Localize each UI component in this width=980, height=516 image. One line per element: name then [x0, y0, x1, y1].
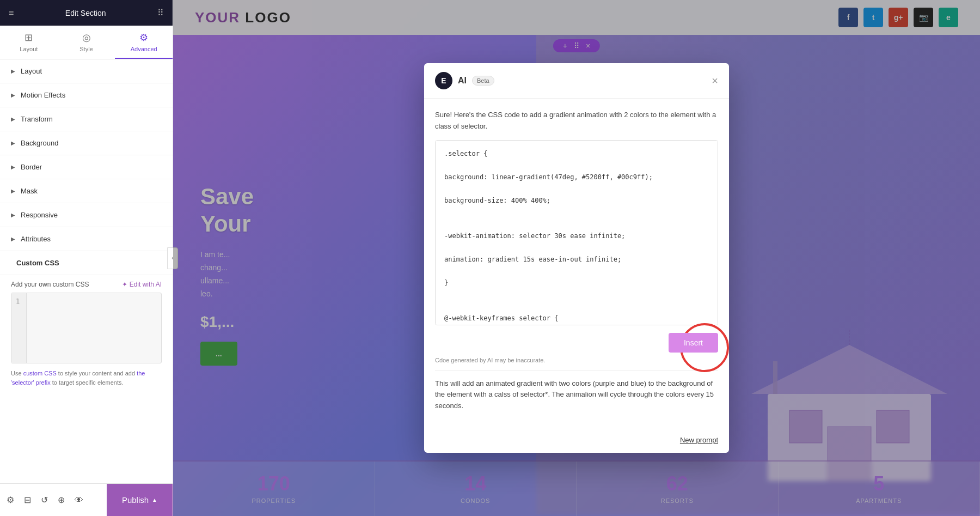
ai-title-row: E AI Beta: [435, 72, 494, 89]
ai-dialog-footer: New prompt: [424, 430, 729, 453]
tab-advanced-label: Advanced: [131, 46, 157, 52]
line-numbers: 1: [11, 293, 27, 363]
menu-item-mask-label: Mask: [21, 187, 38, 195]
eye-icon[interactable]: 👁: [75, 495, 83, 505]
sidebar-footer: ⚙ ⊟ ↺ ⊕ 👁 Publish ▲: [0, 483, 173, 516]
custom-css-section: Custom CSS Add your own custom CSS ✦ Edi…: [0, 251, 173, 392]
ai-close-button[interactable]: ×: [712, 75, 718, 86]
hint-prefix: Use: [11, 370, 23, 377]
chevron-responsive-icon: [11, 212, 15, 218]
sidebar: ≡ Edit Section ⠿ ⊞ Layout ◎ Style ⚙ Adva…: [0, 0, 173, 516]
edit-with-ai-label: Edit with AI: [130, 281, 162, 288]
custom-css-title: Custom CSS: [16, 259, 59, 267]
hint-end: to target specific elements.: [51, 379, 124, 386]
layout-icon: ⊞: [24, 32, 33, 44]
css-textarea[interactable]: [27, 293, 161, 363]
menu-item-responsive-label: Responsive: [21, 211, 58, 219]
footer-icons: ⚙ ⊟ ↺ ⊕ 👁: [0, 495, 107, 505]
menu-item-transform[interactable]: Transform: [0, 107, 173, 131]
ai-intro-text: Sure! Here's the CSS code to add a gradi…: [435, 110, 718, 132]
new-prompt-link[interactable]: New prompt: [680, 436, 718, 444]
edit-with-ai-button[interactable]: ✦ Edit with AI: [122, 281, 162, 288]
layers-icon[interactable]: ⊟: [24, 495, 31, 505]
menu-item-background-label: Background: [21, 139, 58, 147]
menu-item-border-label: Border: [21, 163, 42, 171]
tab-style-label: Style: [79, 46, 93, 52]
custom-css-hint: Use custom CSS to style your content and…: [11, 369, 162, 387]
custom-css-body: Add your own custom CSS ✦ Edit with AI 1…: [0, 275, 173, 392]
ai-code-block[interactable]: .selector { background: linear-gradient(…: [435, 140, 718, 325]
menu-item-border[interactable]: Border: [0, 155, 173, 179]
menu-item-motion-label: Motion Effects: [21, 91, 65, 99]
code-line-7: }: [444, 277, 709, 289]
publish-chevron-icon: ▲: [152, 497, 157, 503]
chevron-mask-icon: [11, 188, 15, 194]
ai-dialog-body: Sure! Here's the CSS code to add a gradi…: [424, 99, 729, 430]
chevron-motion-icon: [11, 92, 15, 98]
chevron-transform-icon: [11, 116, 15, 122]
menu-item-motion-effects[interactable]: Motion Effects: [0, 83, 173, 107]
advanced-icon: ⚙: [139, 32, 148, 44]
menu-item-attributes[interactable]: Attributes: [0, 227, 173, 251]
insert-button[interactable]: Insert: [669, 333, 718, 353]
sidebar-menu: Layout Motion Effects Transform Backgrou…: [0, 59, 173, 483]
custom-css-link[interactable]: custom CSS: [23, 370, 57, 377]
custom-css-header[interactable]: Custom CSS: [0, 251, 173, 275]
tab-layout[interactable]: ⊞ Layout: [0, 26, 58, 59]
chevron-attributes-icon: [11, 236, 15, 242]
code-line-9: @-webkit-keyframes selector {: [444, 313, 709, 325]
add-section-icon[interactable]: ⊕: [58, 495, 65, 505]
ai-sparkle-icon: ✦: [122, 281, 127, 288]
history-icon[interactable]: ↺: [41, 495, 48, 505]
code-line-6: animation: gradient 15s ease-in-out infi…: [444, 254, 709, 266]
main-content: YOUR LOGO f t g+ 📷 e + ⠿ × SaveYour I am…: [173, 0, 980, 516]
tab-style[interactable]: ◎ Style: [58, 26, 115, 59]
menu-item-mask[interactable]: Mask: [0, 179, 173, 203]
menu-item-layout[interactable]: Layout: [0, 59, 173, 83]
code-line-2: background: linear-gradient(47deg, #5200…: [444, 172, 709, 184]
ai-dialog-header: E AI Beta ×: [424, 63, 729, 99]
publish-button[interactable]: Publish ▲: [107, 484, 173, 517]
ai-dialog: E AI Beta × Sure! Here's the CSS code to…: [424, 63, 729, 453]
line-number-1: 1: [16, 298, 20, 305]
menu-item-layout-label: Layout: [21, 67, 42, 75]
hamburger-icon[interactable]: ≡: [9, 8, 14, 18]
ai-title-text: AI: [458, 76, 467, 86]
publish-label: Publish: [122, 495, 149, 505]
chevron-layout-icon: [11, 68, 15, 74]
tab-layout-label: Layout: [20, 46, 38, 52]
custom-css-label-row: Add your own custom CSS ✦ Edit with AI: [11, 281, 162, 288]
settings-icon[interactable]: ⚙: [7, 495, 14, 505]
ai-description-text: This will add an animated gradient with …: [435, 370, 718, 412]
code-line-5: -webkit-animation: selector 30s ease inf…: [444, 230, 709, 242]
code-editor: 1: [11, 293, 162, 363]
menu-item-background[interactable]: Background: [0, 131, 173, 155]
code-line-3: background-size: 400% 400%;: [444, 195, 709, 207]
code-line-1: .selector {: [444, 148, 709, 160]
tab-advanced[interactable]: ⚙ Advanced: [115, 26, 173, 59]
sidebar-title: Edit Section: [65, 9, 106, 17]
sidebar-tabs: ⊞ Layout ◎ Style ⚙ Advanced: [0, 26, 173, 59]
dialog-overlay: E AI Beta × Sure! Here's the CSS code to…: [173, 0, 980, 516]
sidebar-header: ≡ Edit Section ⠿: [0, 0, 173, 26]
ai-insert-row: Insert: [435, 333, 718, 353]
menu-item-attributes-label: Attributes: [21, 235, 51, 243]
style-icon: ◎: [82, 32, 91, 44]
ai-logo: E: [435, 72, 452, 89]
menu-item-transform-label: Transform: [21, 115, 53, 123]
grid-icon[interactable]: ⠿: [157, 8, 164, 18]
menu-item-responsive[interactable]: Responsive: [0, 203, 173, 227]
chevron-border-icon: [11, 164, 15, 170]
hint-mid: to style your content and add: [57, 370, 137, 377]
add-custom-css-label: Add your own custom CSS: [11, 281, 89, 288]
ai-beta-badge: Beta: [472, 76, 494, 86]
ai-warning-text: Cdoe generated by AI may be inaccurate.: [435, 357, 718, 363]
chevron-background-icon: [11, 140, 15, 146]
